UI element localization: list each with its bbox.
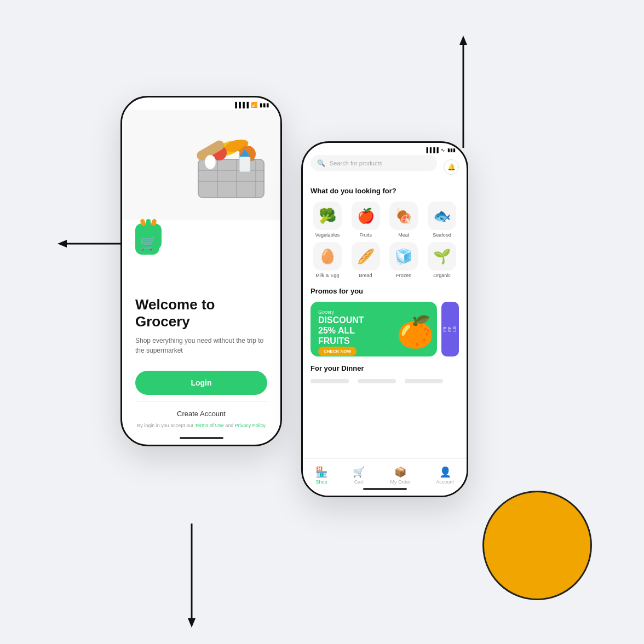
hero-image-area — [122, 110, 280, 220]
search-placeholder: Search for products — [330, 160, 430, 166]
promo-2-text: FREELO — [442, 326, 457, 332]
status-bar-1: ▐▐▐▐ 📶 ▮▮▮ — [122, 97, 280, 110]
category-icon: 🥦 — [313, 202, 342, 230]
wifi-icon: 📶 — [251, 102, 257, 108]
category-label: Organic — [433, 273, 451, 278]
phone-shop: ▐▐▐▐ ∿ ▮▮▮ 🔍 Search for products 🔔 What … — [301, 141, 468, 497]
svg-marker-3 — [58, 240, 67, 248]
status-bar-2: ▐▐▐▐ ∿ ▮▮▮ — [303, 143, 467, 155]
nav-icon: 🏪 — [315, 466, 327, 478]
arrow-left-decoration — [55, 235, 126, 252]
category-item-fruits[interactable]: 🍎 Fruits — [349, 202, 383, 238]
nav-label: Cart — [354, 479, 364, 485]
privacy-link[interactable]: Privacy Policy — [235, 423, 266, 428]
login-button[interactable]: Login — [135, 371, 267, 395]
category-label: Seafood — [433, 232, 451, 238]
nav-label: Shop — [316, 479, 327, 485]
category-label: Vegetables — [315, 232, 340, 238]
home-indicator-1 — [180, 437, 223, 439]
promo-check-button[interactable]: CHECK NOW — [318, 347, 357, 356]
grocery-basket-svg — [187, 116, 275, 203]
category-icon: 🥖 — [352, 242, 380, 271]
category-item-organic[interactable]: 🌱 Organic — [425, 242, 459, 278]
category-label: Fruits — [359, 232, 372, 238]
nav-label: My Order — [390, 479, 411, 485]
bell-icon: 🔔 — [447, 163, 456, 171]
category-item-frozen[interactable]: 🧊 Frozen — [387, 242, 421, 278]
category-grid: 🥦 Vegetables 🍎 Fruits 🍖 Meat 🐟 Seafood 🥚… — [311, 202, 459, 278]
battery-icon-2: ▮▮▮ — [447, 147, 456, 153]
category-item-milk-&-egg[interactable]: 🥚 Milk & Egg — [311, 242, 344, 278]
arrow-up-decoration — [452, 33, 474, 153]
dinner-section-title: For your Dinner — [311, 364, 459, 372]
category-icon: 🍖 — [389, 202, 418, 230]
brand-logo: 🛒 — [135, 223, 162, 250]
wifi-icon-2: ∿ — [441, 147, 445, 153]
svg-marker-1 — [459, 36, 467, 45]
battery-icon: ▮▮▮ — [260, 102, 269, 108]
signal-icon-2: ▐▐▐▐ — [424, 147, 439, 153]
nav-icon: 📦 — [394, 466, 406, 478]
category-item-bread[interactable]: 🥖 Bread — [349, 242, 383, 278]
welcome-title: Welcome to Grocery — [135, 296, 267, 330]
svg-rect-18 — [239, 157, 250, 172]
footer-legal: By login in you accept our Terms of Use … — [122, 423, 280, 428]
search-bar[interactable]: 🔍 Search for products — [311, 155, 437, 171]
dinner-loading-skeletons — [311, 379, 459, 383]
promos-section-title: Promos for you — [311, 287, 459, 295]
category-label: Meat — [398, 232, 409, 238]
search-row: 🔍 Search for products 🔔 — [311, 155, 459, 179]
category-icon: 🥚 — [313, 242, 342, 271]
nav-icon: 🛒 — [353, 466, 365, 478]
category-icon: 🐟 — [428, 202, 456, 230]
category-label: Frozen — [396, 273, 411, 278]
notification-bell[interactable]: 🔔 — [444, 159, 459, 175]
promo-fruit-emoji: 🍊 — [393, 307, 437, 357]
category-label: Bread — [359, 273, 372, 278]
promos-section: Gocery DISCOUNT25% ALLFRUITS CHECK NOW 🍊… — [311, 302, 459, 357]
welcome-subtitle: Shop everything you need without the tri… — [135, 336, 267, 355]
terms-link[interactable]: Terms of Use — [195, 423, 224, 428]
category-item-meat[interactable]: 🍖 Meat — [387, 202, 421, 238]
phone2-body: 🔍 Search for products 🔔 What do you look… — [303, 155, 467, 458]
category-label: Milk & Egg — [315, 273, 339, 278]
promo-banner-2[interactable]: FREELO — [441, 302, 459, 357]
nav-item-my-order[interactable]: 📦 My Order — [390, 466, 411, 485]
arrow-down-decoration — [181, 518, 203, 628]
phone1-content-area: 🛍️ 🛒 Welcome to Grocery Shop everything … — [122, 220, 280, 435]
svg-marker-5 — [188, 618, 196, 628]
category-section-title: What do you looking for? — [311, 187, 459, 195]
signal-icon: ▐▐▐▐ — [233, 102, 249, 108]
category-item-vegetables[interactable]: 🥦 Vegetables — [311, 202, 344, 238]
create-account-button[interactable]: Create Account — [135, 401, 267, 424]
nav-item-shop[interactable]: 🏪 Shop — [315, 466, 327, 485]
svg-point-17 — [205, 155, 216, 169]
category-item-seafood[interactable]: 🐟 Seafood — [425, 202, 459, 238]
promo-banner-fruits[interactable]: Gocery DISCOUNT25% ALLFRUITS CHECK NOW 🍊 — [311, 302, 437, 357]
category-icon: 🌱 — [428, 242, 456, 271]
nav-item-account[interactable]: 👤 Account — [436, 466, 454, 485]
orange-circle-decoration — [482, 491, 592, 600]
nav-item-cart[interactable]: 🛒 Cart — [353, 466, 365, 485]
nav-icon: 👤 — [439, 466, 451, 478]
nav-label: Account — [436, 479, 454, 485]
search-icon: 🔍 — [317, 159, 325, 167]
phone-login: ▐▐▐▐ 📶 ▮▮▮ — [120, 96, 282, 446]
category-icon: 🧊 — [389, 242, 418, 271]
home-indicator-2 — [363, 488, 407, 490]
category-icon: 🍎 — [352, 202, 380, 230]
